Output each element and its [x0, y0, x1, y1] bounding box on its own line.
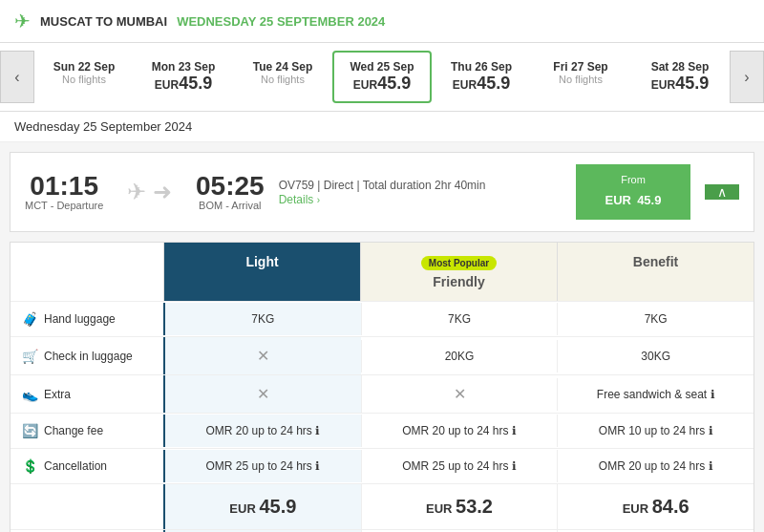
arrival-block: 05:25 BOM - Arrival — [196, 173, 265, 211]
fare-col-friendly[interactable]: Most Popular Friendly — [360, 243, 557, 301]
collapse-arrow-icon[interactable]: ∧ — [705, 184, 739, 200]
route-date: WEDNESDAY 25 SEPTEMBER 2024 — [177, 14, 385, 29]
fare-cell-4-1: OMR 25 up to 24 hrs ℹ — [361, 450, 558, 482]
arrival-time: 05:25 — [196, 173, 265, 200]
date-slot-4[interactable]: Thu 26 SepEUR45.9 — [432, 51, 531, 103]
arrival-airport: BOM - Arrival — [196, 200, 265, 211]
fare-cell-1-0: ✕ — [163, 337, 361, 374]
fare-cell-2-0: ✕ — [163, 375, 361, 413]
fare-row-label-0: 🧳 Hand luggage — [11, 302, 163, 336]
fare-rows: 🧳 Hand luggage 7KG7KG7KG 🛒 Check in lugg… — [11, 301, 753, 532]
date-slot-3[interactable]: Wed 25 SepEUR45.9 — [332, 51, 432, 103]
prev-date-arrow[interactable]: ‹ — [0, 51, 34, 103]
fare-header: Light Most Popular Friendly Benefit — [11, 243, 753, 301]
change-icon: 🔄 — [22, 423, 38, 438]
date-navigation: ‹ Sun 22 SepNo flightsMon 23 SepEUR45.9T… — [0, 43, 764, 112]
from-label: From — [621, 174, 646, 185]
departure-block: 01:15 MCT - Departure — [25, 173, 103, 211]
details-link[interactable]: Details › — [279, 193, 320, 206]
cancel-icon: 💲 — [22, 458, 38, 474]
date-slot-2[interactable]: Tue 24 SepNo flights — [233, 51, 332, 103]
route-text: MUSCAT TO MUMBAI — [40, 14, 167, 29]
extra-icon: 👟 — [22, 387, 38, 402]
departure-time: 01:15 — [25, 173, 103, 200]
date-slot-5[interactable]: Fri 27 SepNo flights — [531, 51, 630, 103]
fare-cell-0-2: 7KG — [557, 303, 753, 335]
plane-icon: ✈ — [14, 10, 31, 32]
chevron-right-icon: › — [317, 195, 320, 205]
price-number: 45.9 — [637, 193, 661, 207]
fare-price-row: EUR 45.9 EUR 53.2 EUR 84.6 — [11, 483, 753, 529]
flight-price-box: From EUR 45.9 — [576, 164, 690, 220]
fare-cell-2-2: Free sandwich & seat ℹ — [557, 378, 753, 411]
top-bar: ✈ MUSCAT TO MUMBAI WEDNESDAY 25 SEPTEMBE… — [0, 0, 764, 43]
eur-label: EUR — [605, 193, 631, 207]
fare-label-header — [11, 243, 163, 301]
fare-col-light[interactable]: Light — [163, 243, 360, 301]
fare-cell-4-0: OMR 25 up to 24 hrs ℹ — [163, 450, 361, 482]
date-header: Wednesday 25 September 2024 — [0, 112, 764, 142]
departure-airport: MCT - Departure — [25, 200, 103, 211]
flight-number: OV759 | Direct | Total duration 2hr 40mi… — [279, 179, 562, 192]
most-popular-badge: Most Popular — [421, 256, 497, 270]
fare-cell-4-2: OMR 20 up to 24 hrs ℹ — [557, 450, 753, 482]
fare-row-label-2: 👟 Extra — [11, 377, 163, 412]
date-slot-0[interactable]: Sun 22 SepNo flights — [34, 51, 134, 103]
checkin-icon: 🛒 — [22, 349, 38, 364]
luggage-icon: 🧳 — [22, 311, 38, 327]
flight-arrow-icon: ✈ ➜ — [127, 179, 172, 205]
fare-row-label-1: 🛒 Check in luggage — [11, 339, 163, 373]
fare-row-label-3: 🔄 Change fee — [11, 414, 163, 448]
fare-cell-0-0: 7KG — [163, 303, 361, 335]
fare-cell-3-0: OMR 20 up to 24 hrs ℹ — [163, 415, 361, 447]
flight-price: EUR 45.9 — [605, 185, 662, 210]
fare-table: Light Most Popular Friendly Benefit 🧳 Ha… — [10, 242, 754, 532]
fare-col-benefit[interactable]: Benefit — [557, 243, 753, 301]
date-slot-6[interactable]: Sat 28 SepEUR45.9 — [630, 51, 730, 103]
fare-price-0: EUR 45.9 — [163, 484, 361, 529]
fare-row-3: 🔄 Change fee OMR 20 up to 24 hrs ℹOMR 20… — [11, 413, 753, 448]
flight-info: 01:15 MCT - Departure ✈ ➜ 05:25 BOM - Ar… — [10, 152, 754, 232]
fare-price-1: EUR 53.2 — [361, 484, 558, 529]
fare-row-2: 👟 Extra ✕✕Free sandwich & seat ℹ — [11, 374, 753, 413]
next-date-arrow[interactable]: › — [730, 51, 764, 103]
fare-cell-1-2: 30KG — [557, 340, 753, 372]
fare-row-1: 🛒 Check in luggage ✕20KG30KG — [11, 336, 753, 374]
date-slot-1[interactable]: Mon 23 SepEUR45.9 — [134, 51, 233, 103]
fare-cell-1-1: 20KG — [361, 340, 558, 372]
fare-row-4: 💲 Cancellation OMR 25 up to 24 hrs ℹOMR … — [11, 448, 753, 483]
fare-price-2: EUR 84.6 — [557, 484, 753, 529]
fare-cell-3-1: OMR 20 up to 24 hrs ℹ — [361, 415, 558, 447]
fare-cell-2-1: ✕ — [361, 375, 558, 413]
fare-row-0: 🧳 Hand luggage 7KG7KG7KG — [11, 301, 753, 336]
fare-cell-3-2: OMR 10 up to 24 hrs ℹ — [557, 415, 753, 447]
fare-cell-0-1: 7KG — [361, 303, 558, 335]
flight-details: OV759 | Direct | Total duration 2hr 40mi… — [279, 179, 562, 206]
date-slots: Sun 22 SepNo flightsMon 23 SepEUR45.9Tue… — [34, 51, 730, 103]
fare-row-label-4: 💲 Cancellation — [11, 449, 163, 483]
